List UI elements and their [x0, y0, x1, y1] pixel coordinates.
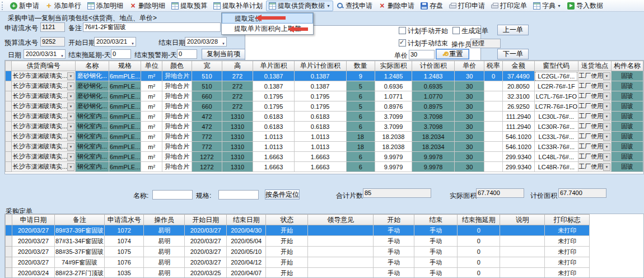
cell[interactable]: 开始 — [266, 225, 308, 236]
toolbar-button[interactable]: 存盘 — [418, 1, 446, 11]
cell[interactable]: 未打印 — [545, 268, 590, 278]
cell[interactable]: 9.9978 — [412, 162, 455, 172]
cell[interactable]: 0.6936 — [375, 81, 412, 91]
column-header[interactable]: 单片计价面积 — [294, 61, 346, 71]
cell[interactable] — [308, 236, 374, 247]
cell[interactable]: 660 — [192, 91, 222, 101]
row-selector[interactable] — [6, 71, 12, 81]
cell[interactable]: 272 — [222, 101, 253, 112]
generate-order-checkbox[interactable] — [452, 27, 460, 34]
row-selector[interactable] — [6, 122, 12, 132]
cell[interactable]: 工厂使用▼ — [578, 71, 611, 81]
column-header[interactable]: 数量 — [346, 61, 375, 71]
cell[interactable]: 6mmPLE... — [109, 142, 141, 152]
cell[interactable]: 772 — [192, 132, 222, 142]
cell[interactable]: 18.2038 — [375, 132, 412, 142]
table-row[interactable]: 长沙市潇湘玻璃实...▼钢化室内...6mmPLE...m²异地合片127213… — [6, 162, 643, 172]
cell[interactable]: 工厂使用▼ — [578, 142, 611, 152]
cell[interactable]: LC33R-76#... — [534, 142, 578, 152]
cell[interactable]: 74#9F窗固玻 — [55, 257, 105, 268]
cell[interactable]: 20.8050 — [502, 81, 534, 91]
cell[interactable]: 易明 — [144, 247, 185, 257]
cell[interactable]: 长沙市潇湘玻璃实...▼ — [11, 122, 75, 132]
cell[interactable]: 长沙市潇湘玻璃实...▼ — [11, 101, 75, 112]
dropdown-arrow-icon[interactable]: ▼ — [67, 133, 74, 141]
unit-price-field[interactable] — [409, 50, 435, 59]
cell[interactable]: 3.7098 — [412, 112, 455, 122]
cell[interactable]: 30 — [455, 71, 484, 81]
cell[interactable]: m² — [141, 91, 162, 101]
cell[interactable]: 9.9979 — [375, 162, 412, 172]
cell[interactable]: 660 — [192, 101, 222, 112]
cell[interactable]: 工厂使用▼ — [578, 152, 611, 162]
table-row[interactable]: 长沙市潇湘玻璃实...▼钢化室内...6mmPLE...m²异地合片772131… — [6, 142, 643, 152]
row-selector[interactable] — [6, 142, 12, 152]
total-pieces-field[interactable] — [363, 188, 431, 198]
previous-order-button[interactable]: 上一单 — [497, 25, 529, 35]
cell[interactable]: 18.2034 — [412, 132, 455, 142]
cell[interactable] — [484, 112, 503, 122]
cell[interactable]: 工厂使用▼ — [578, 101, 611, 112]
cell[interactable]: LC7R-76#-1FO — [534, 101, 578, 112]
row-selector[interactable] — [6, 91, 12, 101]
cell[interactable]: LC30R-76#... — [534, 122, 578, 132]
budget-no-field[interactable] — [40, 37, 65, 47]
column-header[interactable]: 高 — [222, 61, 253, 71]
dropdown-arrow-icon[interactable]: ▼ — [67, 92, 74, 100]
column-header[interactable]: 宽 — [192, 61, 222, 71]
cell[interactable]: 472 — [192, 112, 222, 122]
cell[interactable]: 异地合片 — [162, 152, 192, 162]
cell[interactable]: 0 — [458, 268, 500, 278]
cell[interactable]: 手动 — [374, 247, 414, 257]
table-row[interactable]: 长沙市潇湘玻璃实...▼磨砂钢化...6mmPLE...m²异地合片660272… — [6, 101, 643, 112]
dropdown-arrow-icon[interactable]: ▼ — [67, 72, 74, 80]
cell[interactable] — [484, 162, 503, 172]
cell[interactable]: 546.1020 — [502, 142, 534, 152]
cell[interactable]: 固玻 — [611, 152, 643, 162]
dropdown-arrow-icon[interactable]: ▼ — [67, 103, 74, 110]
cell[interactable]: 18 — [346, 142, 375, 152]
cell[interactable]: 30 — [455, 162, 484, 172]
dropdown-arrow-icon[interactable]: ▼ — [67, 143, 74, 151]
cell[interactable]: 30 — [455, 112, 484, 122]
cell[interactable]: 6mmPLE... — [109, 91, 141, 101]
dropdown-arrow-icon[interactable]: ▼ — [67, 123, 74, 131]
dropdown-arrow-icon[interactable]: ▼ — [67, 113, 74, 121]
cell[interactable]: 工厂使用▼ — [578, 132, 611, 142]
cell[interactable]: 1075 — [105, 247, 144, 257]
cell[interactable]: 易明 — [144, 268, 185, 278]
cell[interactable]: m² — [141, 71, 162, 81]
cell[interactable]: 26.9250 — [502, 101, 534, 112]
cell[interactable]: 易明 — [144, 236, 185, 247]
cell[interactable]: 2020/03/27 — [12, 257, 55, 268]
table-row[interactable]: 2020/03/2789#37-39F窗固玻1072易明2020/03/2720… — [6, 225, 590, 236]
cell[interactable]: 0.6183 — [253, 122, 295, 132]
cell[interactable]: 1.0113 — [253, 132, 295, 142]
cell[interactable]: 2020/04/07 — [227, 268, 266, 278]
cell[interactable]: 30 — [455, 132, 484, 142]
table-row[interactable]: 长沙市潇湘玻璃实...▼钢化室内...6mmPLE...m²异地合片472131… — [6, 122, 643, 132]
toolbar-button[interactable]: 添加单行 — [43, 1, 84, 11]
row-selector[interactable] — [6, 81, 12, 91]
cell[interactable]: 手动 — [374, 236, 414, 247]
dropdown-arrow-icon[interactable]: ▼ — [603, 143, 610, 151]
cell[interactable]: 手动 — [414, 225, 458, 236]
remark-field[interactable] — [83, 22, 221, 32]
row-selector[interactable] — [6, 257, 12, 268]
column-header[interactable]: 供货商编号 — [11, 61, 75, 71]
cell[interactable] — [484, 91, 503, 101]
cell[interactable]: 1310 — [222, 152, 253, 162]
cell[interactable]: 1.0771 — [375, 91, 412, 101]
cell[interactable]: LC2GL-76#... — [534, 71, 578, 81]
column-header[interactable]: 说明 — [500, 215, 545, 225]
cell[interactable]: 88#35-37F窗固玻 — [55, 247, 105, 257]
cell[interactable]: 磨砂钢化... — [76, 81, 109, 91]
cell[interactable]: 1310 — [222, 112, 253, 122]
cell[interactable] — [308, 247, 374, 257]
cell[interactable]: 磨砂钢化... — [76, 71, 109, 81]
cell[interactable] — [484, 101, 503, 112]
dropdown-arrow-icon[interactable]: ▼ — [67, 153, 74, 161]
cell[interactable]: 手动 — [374, 268, 414, 278]
cell[interactable]: 2020/03/27 — [12, 225, 55, 236]
cell[interactable]: 89#37-39F窗固玻 — [55, 225, 105, 236]
